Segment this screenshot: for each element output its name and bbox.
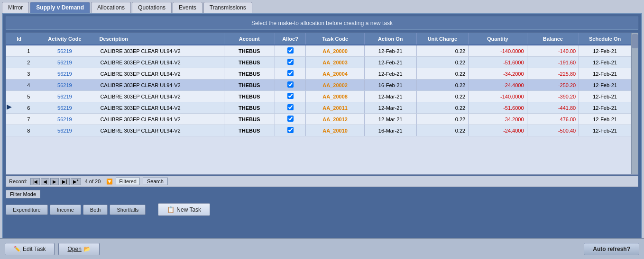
cell-account: THEBUS <box>224 91 275 102</box>
new-task-button[interactable]: 📋 New Task <box>158 203 210 216</box>
income-button[interactable]: Income <box>50 205 81 215</box>
cell-action-on: 16-Mar-21 <box>364 125 416 136</box>
record-nav[interactable]: |◀ ◀ ▶ ▶| ▶* <box>30 178 81 185</box>
tab-supply-v-demand[interactable]: Supply v Demand <box>30 2 90 13</box>
cell-description: CALIBRE 303EP CLEAR UL94-V2 <box>97 102 224 114</box>
tab-allocations[interactable]: Allocations <box>91 2 131 13</box>
cell-account: THEBUS <box>224 57 275 68</box>
cell-activity-code[interactable]: 56219 <box>32 91 97 102</box>
cell-action-on: 12-Mar-21 <box>364 114 416 125</box>
record-current: 4 of 20 <box>85 179 101 184</box>
cell-description: CALIBRE 303EP CLEAR UL94-V2 <box>97 68 224 80</box>
cell-balance: -191.60 <box>527 57 579 68</box>
table-row[interactable]: 6 56219 CALIBRE 303EP CLEAR UL94-V2 THEB… <box>6 102 631 114</box>
cell-alloc[interactable] <box>275 45 306 57</box>
cell-description: CALIBRE 303EP CLEAR UL94-V2 <box>97 125 224 136</box>
cell-activity-code[interactable]: 56219 <box>32 80 97 91</box>
cell-activity-code[interactable]: 56219 <box>32 68 97 80</box>
cell-account: THEBUS <box>224 68 275 80</box>
col-header-id: Id <box>6 33 32 45</box>
both-button[interactable]: Both <box>83 205 108 215</box>
cell-quantity: -24.4000 <box>469 80 527 91</box>
cell-alloc[interactable] <box>275 114 306 125</box>
cell-alloc[interactable] <box>275 68 306 80</box>
auto-refresh-button[interactable]: Auto refresh? <box>584 243 639 255</box>
cell-schedule-on: 12-Feb-21 <box>579 102 631 114</box>
nav-new[interactable]: ▶* <box>71 178 81 185</box>
bottom-buttons: Expenditure Income Both Shortfalls 📋 New… <box>6 203 638 216</box>
cell-unit-charge: 0.22 <box>416 57 469 68</box>
open-button[interactable]: Open 📂 <box>58 243 99 255</box>
nav-last[interactable]: ▶| <box>60 178 70 185</box>
table-row[interactable]: 5 56219 CALIBRE 303EP CLEAR UL94-V2 THEB… <box>6 91 631 102</box>
cell-balance: -390.20 <box>527 91 579 102</box>
cell-balance: -500.40 <box>527 125 579 136</box>
record-label: Record: <box>9 179 28 184</box>
cell-task-code[interactable]: AA_20011 <box>306 102 364 114</box>
col-header-activity-code: Activity Code <box>32 33 97 45</box>
cell-unit-charge: 0.22 <box>416 91 469 102</box>
cell-id: 1 <box>6 45 32 57</box>
nav-prev[interactable]: ◀ <box>41 178 49 185</box>
cell-account: THEBUS <box>224 125 275 136</box>
cell-alloc[interactable] <box>275 125 306 136</box>
cell-action-on: 12-Mar-21 <box>364 102 416 114</box>
cell-id: 2 <box>6 57 32 68</box>
tab-bar: Mirror Supply v Demand Allocations Quota… <box>0 0 644 13</box>
cell-task-code[interactable]: AA_20008 <box>306 91 364 102</box>
cell-task-code[interactable]: AA_20003 <box>306 57 364 68</box>
col-header-account: Account <box>224 33 275 45</box>
cell-task-code[interactable]: AA_20004 <box>306 68 364 80</box>
edit-task-button[interactable]: ✏️ Edit Task <box>5 243 55 255</box>
cell-action-on: 12-Feb-21 <box>364 57 416 68</box>
cell-quantity: -51.6000 <box>469 102 527 114</box>
shortfalls-button[interactable]: Shortfalls <box>110 205 146 215</box>
tab-quotations[interactable]: Quotations <box>132 2 172 13</box>
table-row[interactable]: 3 56219 CALIBRE 303EP CLEAR UL94-V2 THEB… <box>6 68 631 80</box>
table-row[interactable]: 7 56219 CALIBRE 303EP CLEAR UL94-V2 THEB… <box>6 114 631 125</box>
cell-task-code[interactable]: AA_20010 <box>306 125 364 136</box>
cell-alloc[interactable] <box>275 102 306 114</box>
table-row[interactable]: 8 56219 CALIBRE 303EP CLEAR UL94-V2 THEB… <box>6 125 631 136</box>
filter-mode-bar: Filter Mode <box>6 189 638 199</box>
cell-activity-code[interactable]: 56219 <box>32 125 97 136</box>
cell-alloc[interactable] <box>275 80 306 91</box>
tab-transmissions[interactable]: Transmissions <box>203 2 252 13</box>
cell-action-on: 16-Feb-21 <box>364 80 416 91</box>
nav-first[interactable]: |◀ <box>30 178 40 185</box>
col-header-schedule-on: Schedule On <box>579 33 631 45</box>
cell-task-code[interactable]: AA_20000 <box>306 45 364 57</box>
cell-activity-code[interactable]: 56219 <box>32 114 97 125</box>
cell-balance: -250.20 <box>527 80 579 91</box>
new-task-icon: 📋 <box>167 206 175 213</box>
record-bar: Record: |◀ ◀ ▶ ▶| ▶* 4 of 20 🔽 Filtered … <box>6 176 638 187</box>
table-row[interactable]: 2 56219 CALIBRE 303EP CLEAR UL94-V2 THEB… <box>6 57 631 68</box>
cell-account: THEBUS <box>224 80 275 91</box>
tab-events[interactable]: Events <box>173 2 202 13</box>
table-row[interactable]: 4 56219 CALIBRE 303EP CLEAR UL94-V2 THEB… <box>6 80 631 91</box>
scrollbar[interactable] <box>631 33 638 175</box>
cell-quantity: -140.0000 <box>469 45 527 57</box>
search-button[interactable]: Search <box>143 178 168 185</box>
col-header-alloc: Alloc? <box>275 33 306 45</box>
cell-alloc[interactable] <box>275 57 306 68</box>
cell-alloc[interactable] <box>275 91 306 102</box>
cell-quantity: -24.4000 <box>469 125 527 136</box>
cell-activity-code[interactable]: 56219 <box>32 57 97 68</box>
cell-balance: -476.00 <box>527 114 579 125</box>
main-panel: Select the make-to allocation before cre… <box>2 13 642 257</box>
cell-schedule-on: 12-Feb-21 <box>579 80 631 91</box>
cell-activity-code[interactable]: 56219 <box>32 45 97 57</box>
cell-quantity: -34.2000 <box>469 68 527 80</box>
data-table: Id Activity Code Description Account All… <box>6 33 631 136</box>
new-task-label: New Task <box>176 206 201 213</box>
table-row[interactable]: 1 56219 CALIBRE 303EP CLEAR UL94-V2 THEB… <box>6 45 631 57</box>
cell-activity-code[interactable]: 56219 <box>32 102 97 114</box>
tab-mirror[interactable]: Mirror <box>2 2 29 13</box>
expenditure-button[interactable]: Expenditure <box>6 205 48 215</box>
cell-unit-charge: 0.22 <box>416 45 469 57</box>
cell-task-code[interactable]: AA_20012 <box>306 114 364 125</box>
nav-next[interactable]: ▶ <box>50 178 59 185</box>
cell-quantity: -51.6000 <box>469 57 527 68</box>
cell-task-code[interactable]: AA_20002 <box>306 80 364 91</box>
